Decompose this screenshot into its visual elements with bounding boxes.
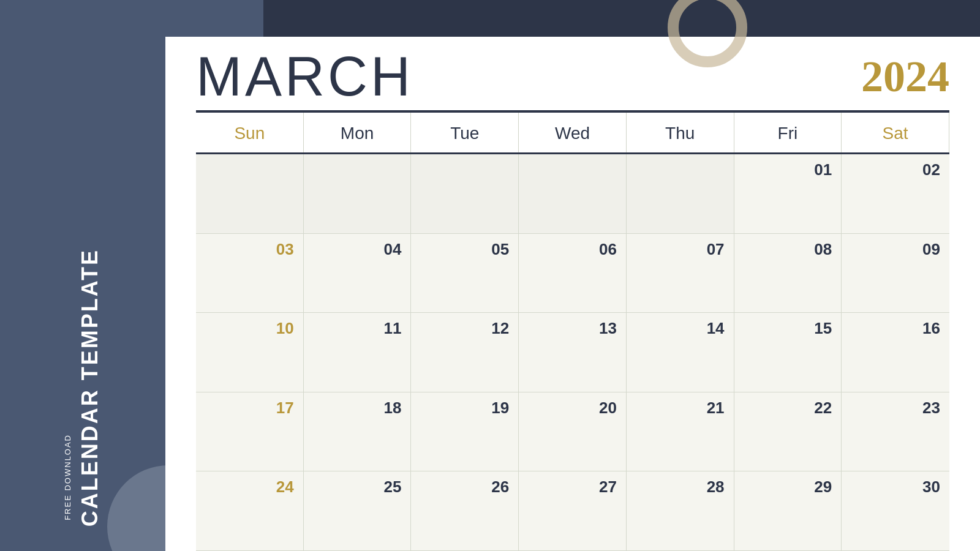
calendar-cell: 29 bbox=[734, 471, 842, 551]
calendar-cell: 17 bbox=[196, 392, 304, 472]
cell-date: 03 bbox=[205, 240, 294, 259]
calendar-cell: 03 bbox=[196, 234, 304, 313]
calendar-cell: 13 bbox=[519, 313, 627, 392]
calendar-cell bbox=[411, 154, 519, 234]
calendar-template-label: CALENDAR TEMPLATE bbox=[77, 249, 103, 527]
day-header-sun: Sun bbox=[196, 113, 304, 152]
days-header: SunMonTueWedThuFriSat bbox=[196, 113, 949, 154]
free-download-label: FREE DOWNLOAD bbox=[63, 434, 72, 520]
calendar-grid: 0102030405060708091011121314151617181920… bbox=[196, 154, 949, 551]
cell-date: 25 bbox=[313, 478, 402, 497]
calendar-cell: 12 bbox=[411, 313, 519, 392]
cell-date: 29 bbox=[744, 478, 832, 497]
year-title: 2024 bbox=[861, 51, 949, 102]
cell-date: 06 bbox=[528, 240, 617, 259]
sidebar: FREE DOWNLOAD CALENDAR TEMPLATE bbox=[0, 0, 165, 551]
calendar-cell: 14 bbox=[627, 313, 734, 392]
calendar-cell: 06 bbox=[519, 234, 627, 313]
cell-date: 02 bbox=[851, 160, 940, 179]
top-bar-right bbox=[263, 0, 980, 37]
month-title: MARCH bbox=[196, 49, 413, 104]
calendar-cell: 25 bbox=[304, 471, 412, 551]
top-bar-left bbox=[165, 0, 263, 37]
cell-date: 26 bbox=[420, 478, 509, 497]
day-header-thu: Thu bbox=[627, 113, 734, 152]
cell-date: 28 bbox=[636, 478, 725, 497]
calendar-cell bbox=[304, 154, 412, 234]
cell-date: 14 bbox=[636, 319, 725, 338]
calendar-cell: 21 bbox=[627, 392, 734, 472]
calendar-cell: 27 bbox=[519, 471, 627, 551]
cell-date: 23 bbox=[851, 399, 940, 418]
cell-date: 21 bbox=[636, 399, 725, 418]
calendar-cell: 26 bbox=[411, 471, 519, 551]
calendar-cell: 02 bbox=[842, 154, 949, 234]
cell-date: 18 bbox=[313, 399, 402, 418]
calendar-cell: 04 bbox=[304, 234, 412, 313]
cell-date: 15 bbox=[744, 319, 832, 338]
cell-date: 01 bbox=[744, 160, 832, 179]
calendar-cell: 28 bbox=[627, 471, 734, 551]
cell-date: 12 bbox=[420, 319, 509, 338]
calendar-cell: 09 bbox=[842, 234, 949, 313]
top-bar bbox=[165, 0, 980, 37]
day-header-tue: Tue bbox=[411, 113, 519, 152]
calendar-cell: 16 bbox=[842, 313, 949, 392]
calendar-cell: 01 bbox=[734, 154, 842, 234]
cell-date: 24 bbox=[205, 478, 294, 497]
calendar-cell: 15 bbox=[734, 313, 842, 392]
calendar-cell: 23 bbox=[842, 392, 949, 472]
cell-date: 08 bbox=[744, 240, 832, 259]
calendar-main: MARCH 2024 SunMonTueWedThuFriSat 0102030… bbox=[165, 0, 980, 551]
day-header-fri: Fri bbox=[734, 113, 842, 152]
cell-date: 19 bbox=[420, 399, 509, 418]
calendar-cell bbox=[196, 154, 304, 234]
cell-date: 09 bbox=[851, 240, 940, 259]
calendar-cell: 10 bbox=[196, 313, 304, 392]
calendar-cell: 18 bbox=[304, 392, 412, 472]
cell-date: 27 bbox=[528, 478, 617, 497]
sidebar-text: FREE DOWNLOAD CALENDAR TEMPLATE bbox=[63, 249, 103, 527]
cell-date: 11 bbox=[313, 319, 402, 338]
calendar-cell bbox=[627, 154, 734, 234]
cell-date: 16 bbox=[851, 319, 940, 338]
cell-date: 22 bbox=[744, 399, 832, 418]
day-header-mon: Mon bbox=[304, 113, 412, 152]
cell-date: 07 bbox=[636, 240, 725, 259]
cell-date: 05 bbox=[420, 240, 509, 259]
calendar-cell: 19 bbox=[411, 392, 519, 472]
cell-date: 17 bbox=[205, 399, 294, 418]
calendar-header: MARCH 2024 bbox=[165, 37, 980, 110]
calendar-cell: 30 bbox=[842, 471, 949, 551]
cell-date: 10 bbox=[205, 319, 294, 338]
calendar-cell: 22 bbox=[734, 392, 842, 472]
cell-date: 30 bbox=[851, 478, 940, 497]
cell-date: 13 bbox=[528, 319, 617, 338]
calendar-cell: 05 bbox=[411, 234, 519, 313]
cell-date: 20 bbox=[528, 399, 617, 418]
calendar-cell bbox=[519, 154, 627, 234]
cell-date: 04 bbox=[313, 240, 402, 259]
day-header-wed: Wed bbox=[519, 113, 627, 152]
calendar-cell: 08 bbox=[734, 234, 842, 313]
calendar-cell: 07 bbox=[627, 234, 734, 313]
calendar-cell: 11 bbox=[304, 313, 412, 392]
calendar-cell: 20 bbox=[519, 392, 627, 472]
calendar-cell: 24 bbox=[196, 471, 304, 551]
day-header-sat: Sat bbox=[842, 113, 949, 152]
